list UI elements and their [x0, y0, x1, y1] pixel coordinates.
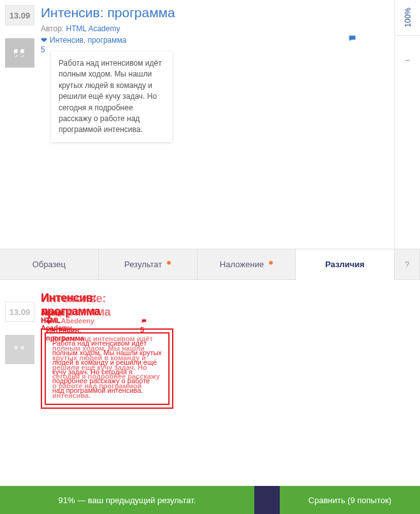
author-label: Автор: — [41, 24, 64, 33]
author-link[interactable]: HTML Academy — [66, 24, 120, 33]
progress-badge: 100% — [395, 0, 420, 36]
post-date: 13.09 — [5, 5, 34, 26]
post-tags[interactable]: Интенсив, программа — [50, 36, 126, 45]
tab-diff-label: Различия — [325, 260, 365, 269]
post-tags-row: ❤ Интенсив, программа — [41, 34, 389, 45]
diff-quote-icon — [5, 335, 34, 364]
prev-result: 91% — ваш предыдущий результат. — [0, 486, 254, 512]
post: 13.09 Интенсив: программа Автор: HTML Ac… — [5, 5, 389, 142]
diff-content: 13.09 Интенсив: программа Интенсиве: про… — [5, 291, 415, 364]
comments-count[interactable]: 5 — [41, 45, 45, 54]
tab-result[interactable]: Результат — [99, 249, 198, 279]
post-comment-count-row: 5 — [41, 45, 389, 54]
tab-diff[interactable]: Различия — [296, 249, 395, 280]
progress-text: 100% — [403, 8, 412, 27]
diff-excerpt-layer-2: Работа над интенсивом идёт полным ходом.… — [52, 334, 162, 400]
tab-sample[interactable]: Образец — [0, 249, 99, 279]
status-dot — [269, 261, 273, 265]
tab-sample-label: Образец — [33, 260, 66, 269]
post-title[interactable]: Интенсив: программа — [41, 5, 389, 20]
tabs: Образец Результат Наложение Различия ? — [0, 249, 420, 280]
tab-overlay[interactable]: Наложение — [198, 249, 296, 279]
bottom-bar: 91% — ваш предыдущий результат. Сравнить… — [0, 486, 420, 512]
side-column: 100% – — [395, 0, 420, 249]
status-dot — [167, 261, 171, 265]
diff-date-column: 13.09 — [5, 302, 34, 364]
side-dash: – — [395, 36, 420, 249]
diff-date: 13.09 — [5, 302, 34, 322]
post-body: Интенсив: программа Автор: HTML Academy … — [41, 5, 389, 142]
post-date-column: 13.09 — [5, 5, 34, 142]
post-excerpt: Работа над интенсивом идёт полным ходом.… — [51, 52, 172, 142]
comments-icon[interactable] — [347, 34, 358, 45]
post-author-line: Автор: HTML Academy — [41, 24, 389, 33]
diff-excerpt-box: Работа над интенсивом идёт полным ходом.… — [41, 328, 173, 409]
quote-icon — [5, 38, 34, 68]
diff-heart-icon: ❤ — [46, 318, 52, 326]
heart-icon[interactable]: ❤ — [41, 36, 47, 45]
bottom-divider — [254, 486, 280, 512]
diff-pane: 13.09 Интенсив: программа Интенсиве: про… — [0, 280, 420, 484]
tab-help-label: ? — [405, 260, 409, 269]
tab-help[interactable]: ? — [395, 249, 420, 279]
tab-overlay-label: Наложение — [220, 260, 264, 269]
tab-result-label: Результат — [124, 260, 162, 269]
preview-content: 13.09 Интенсив: программа Автор: HTML Ac… — [0, 0, 395, 249]
compare-button[interactable]: Сравнить (9 попыток) — [280, 486, 420, 512]
preview-pane: 13.09 Интенсив: программа Автор: HTML Ac… — [0, 0, 420, 249]
diff-excerpt-inner: Работа над интенсивом идёт полным ходом.… — [45, 332, 170, 405]
